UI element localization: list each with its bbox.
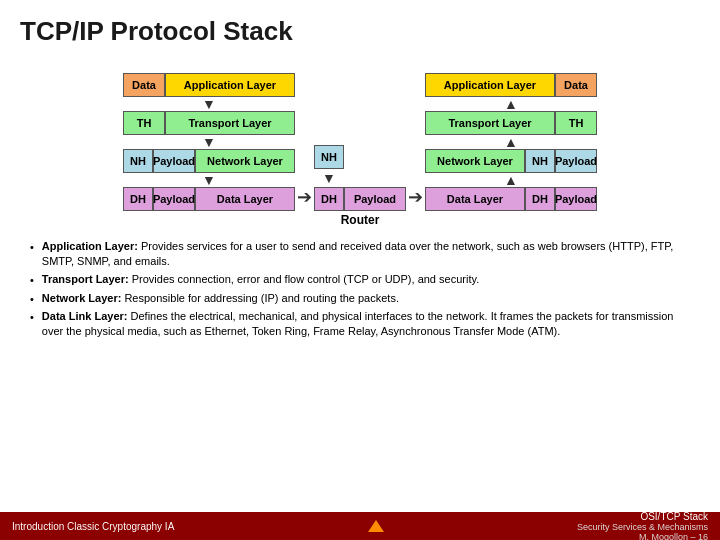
router-nh: NH: [314, 145, 344, 169]
right-transport-layer: Transport Layer: [425, 111, 555, 135]
right-app-layer: Application Layer: [425, 73, 555, 97]
router-stack: NH ▼ DH Payload: [314, 61, 406, 211]
footer-right-line1: OSI/TCP Stack: [577, 511, 708, 522]
bullet-bold-2: Transport Layer:: [42, 273, 129, 285]
bullet-bold-4: Data Link Layer:: [42, 310, 128, 322]
router-label: Router: [341, 213, 380, 227]
left-row-1: Data Application Layer: [123, 73, 295, 97]
left-arrow-3: ▼: [123, 173, 295, 187]
footer-left: Introduction Classic Cryptography IA: [12, 521, 174, 532]
right-arrow-2: ▲: [425, 135, 597, 149]
right-data-cell: Data: [555, 73, 597, 97]
right-arrow-3: ▲: [425, 173, 597, 187]
bullet-text-1: Application Layer: Provides services for…: [42, 239, 690, 269]
left-arrow-2: ▼: [123, 135, 295, 149]
footer: Introduction Classic Cryptography IA OSI…: [0, 512, 720, 540]
bullet-text-3: Network Layer: Responsible for addressin…: [42, 291, 399, 307]
bullet-rest-3: Responsible for addressing (IP) and rout…: [121, 292, 399, 304]
bullet-bold-3: Network Layer:: [42, 292, 121, 304]
footer-right-line3: M. Mogollon – 16: [577, 532, 708, 541]
left-row-4: DH Payload Data Layer: [123, 187, 295, 211]
bullet-dot-2: •: [30, 273, 34, 288]
left-data-layer: Data Layer: [195, 187, 295, 211]
bullet-rest-2: Provides connection, error and flow cont…: [129, 273, 480, 285]
right-row-2: Transport Layer TH: [425, 111, 597, 135]
left-dh-cell: DH: [123, 187, 153, 211]
arrow-router-to-right: ➔: [408, 186, 423, 211]
right-arrow-icon: ➔: [297, 186, 312, 208]
left-payload-purple: Payload: [153, 187, 195, 211]
left-data-cell: Data: [123, 73, 165, 97]
right-row-3: Network Layer NH Payload: [425, 149, 597, 173]
left-arrow-1: ▼: [123, 97, 295, 111]
bullet-text-2: Transport Layer: Provides connection, er…: [42, 272, 479, 288]
right-payload-purple: Payload: [555, 187, 597, 211]
bullet-bold-1: Application Layer:: [42, 240, 138, 252]
left-network-layer: Network Layer: [195, 149, 295, 173]
router-payload: Payload: [344, 187, 406, 211]
left-row-3: NH Payload Network Layer: [123, 149, 295, 173]
right-row-1: Application Layer Data: [425, 73, 597, 97]
left-transport-layer: Transport Layer: [165, 111, 295, 135]
left-app-layer: Application Layer: [165, 73, 295, 97]
router-dh: DH: [314, 187, 344, 211]
bullet-3: • Network Layer: Responsible for address…: [30, 291, 690, 307]
bullets-section: • Application Layer: Provides services f…: [20, 237, 700, 512]
bullet-2: • Transport Layer: Provides connection, …: [30, 272, 690, 288]
router-arrow-3: ▼: [314, 171, 344, 185]
diagram-area: Data Application Layer ▼ TH Transport La…: [20, 61, 700, 231]
bullet-dot-3: •: [30, 292, 34, 307]
left-stack: Data Application Layer ▼ TH Transport La…: [123, 73, 295, 211]
right-stack: Application Layer Data ▲ Transport Layer…: [425, 73, 597, 211]
bullet-text-4: Data Link Layer: Defines the electrical,…: [42, 309, 690, 339]
bullet-4: • Data Link Layer: Defines the electrica…: [30, 309, 690, 339]
footer-center: [368, 520, 384, 533]
right-arrow-1: ▲: [425, 97, 597, 111]
right-th-cell: TH: [555, 111, 597, 135]
footer-right: OSI/TCP Stack Security Services & Mechan…: [577, 511, 708, 541]
footer-triangle-icon: [368, 520, 384, 532]
right-row-4: Data Layer DH Payload: [425, 187, 597, 211]
router-row-3: NH: [314, 145, 344, 169]
left-th-cell: TH: [123, 111, 165, 135]
left-payload-blue: Payload: [153, 149, 195, 173]
right-dh-cell: DH: [525, 187, 555, 211]
right-data-layer: Data Layer: [425, 187, 525, 211]
router-row-4: DH Payload: [314, 187, 406, 211]
right-payload-blue: Payload: [555, 149, 597, 173]
arrow-left-to-router: ➔: [297, 186, 312, 211]
bullet-1: • Application Layer: Provides services f…: [30, 239, 690, 269]
bullet-dot-4: •: [30, 310, 34, 339]
right-network-layer: Network Layer: [425, 149, 525, 173]
footer-right-line2: Security Services & Mechanisms: [577, 522, 708, 532]
left-nh-cell: NH: [123, 149, 153, 173]
slide: TCP/IP Protocol Stack Data Application L…: [0, 0, 720, 540]
right-nh-cell: NH: [525, 149, 555, 173]
left-row-2: TH Transport Layer: [123, 111, 295, 135]
bullet-rest-4: Defines the electrical, mechanical, and …: [42, 310, 674, 337]
slide-title: TCP/IP Protocol Stack: [20, 16, 700, 47]
right-arrow-icon-2: ➔: [408, 186, 423, 208]
protocol-stacks: Data Application Layer ▼ TH Transport La…: [20, 61, 700, 211]
bullet-dot-1: •: [30, 240, 34, 269]
